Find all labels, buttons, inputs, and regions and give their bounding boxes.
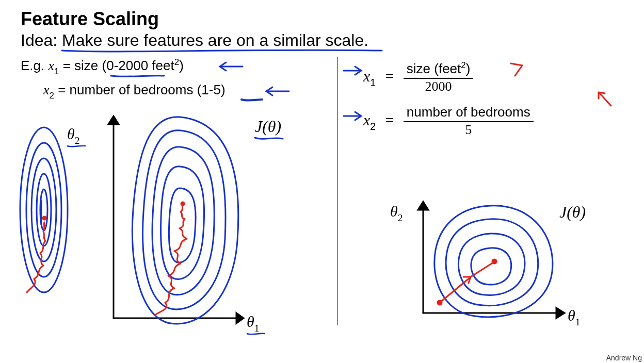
right-x1-annotations — [341, 59, 599, 90]
left-theta1-underline — [246, 331, 268, 338]
right-plot — [413, 194, 578, 328]
vertical-divider — [336, 57, 339, 325]
idea-line: Idea: Make sure features are on a simila… — [21, 31, 629, 50]
left-main-plot — [93, 107, 258, 328]
right-theta2-label: θ2 — [390, 203, 403, 223]
r-theta2: θ — [390, 203, 398, 220]
svg-point-3 — [181, 202, 184, 205]
slide-title: Feature Scaling — [21, 8, 629, 30]
left-cost-underline — [253, 134, 289, 144]
left-mini-contours — [15, 122, 77, 308]
right-x2-annotations — [341, 86, 630, 127]
attribution: Andrew Ng — [606, 354, 642, 362]
idea-prefix: Idea: — [21, 31, 62, 50]
svg-point-4 — [20, 127, 68, 292]
slide: Feature Scaling Idea: Make sure features… — [0, 0, 644, 363]
content-area: E.g. x1 = size (0-2000 feet2) x2 = numbe… — [21, 50, 629, 359]
svg-point-14 — [492, 259, 496, 263]
idea-text: Make sure features are on a similar scal… — [62, 31, 368, 50]
r-theta2-sub: 2 — [398, 212, 403, 223]
svg-point-10 — [43, 217, 46, 220]
